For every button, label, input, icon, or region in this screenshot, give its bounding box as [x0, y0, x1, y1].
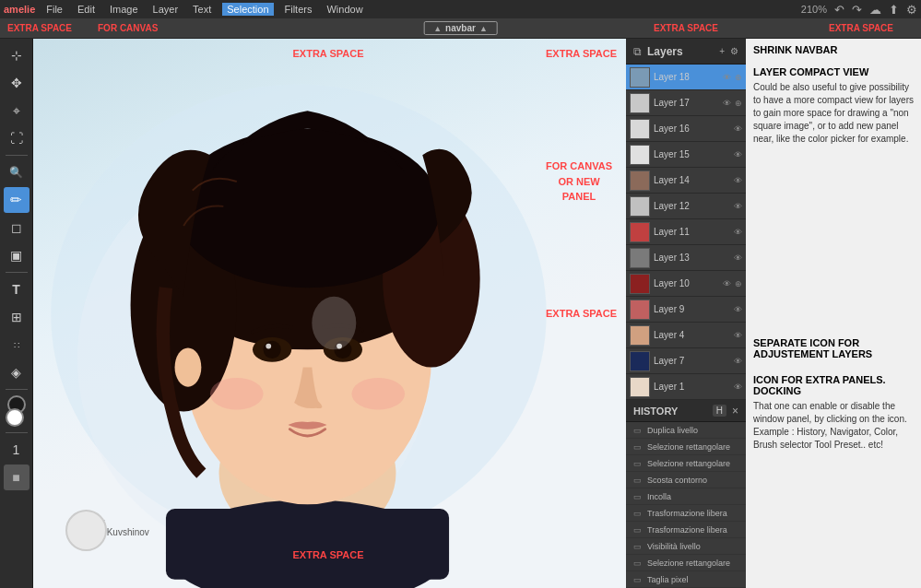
menu-layer[interactable]: Layer — [149, 3, 183, 16]
layer-row[interactable]: Layer 12👁 — [626, 194, 746, 219]
history-item[interactable]: ▭Selezione rettangolare — [626, 555, 746, 571]
layer-visibility-icon[interactable]: 👁 — [723, 73, 731, 82]
history-close-button[interactable]: × — [732, 405, 738, 417]
menu-edit[interactable]: Edit — [74, 3, 99, 16]
history-item[interactable]: ▭Trasformazione libera — [626, 522, 746, 538]
layer-name: Layer 13 — [654, 253, 730, 263]
layer-thumbnail — [630, 325, 650, 346]
layer-thumbnail — [630, 93, 650, 113]
history-item[interactable]: ▭Incolla — [626, 488, 746, 505]
tool-eraser[interactable]: ◻ — [4, 215, 30, 241]
layer-visibility-icon[interactable]: 👁 — [723, 99, 731, 108]
history-item[interactable]: ▭Selezione rettangolare — [626, 439, 746, 455]
tool-square[interactable]: ■ — [4, 465, 30, 490]
menu-image[interactable]: Image — [106, 3, 142, 16]
cloud-icon[interactable]: ☁ — [869, 3, 881, 17]
canvas-area: EXTRA SPACE EXTRA SPACE EXTRA SPACE EXTR… — [33, 39, 626, 588]
history-item-text: Scosta contorno — [647, 476, 707, 485]
tool-move[interactable]: ✥ — [4, 70, 30, 96]
layers-settings-button[interactable]: ⚙ — [730, 46, 738, 56]
layer-visibility-icon[interactable]: 👁 — [734, 202, 742, 211]
tool-fill[interactable]: ▣ — [4, 242, 30, 268]
layer-visibility-icon[interactable]: 👁 — [734, 228, 742, 237]
canvas-circle-element — [65, 510, 107, 551]
share-icon[interactable]: ⬆ — [889, 3, 899, 17]
layer-visibility-icon[interactable]: 👁 — [734, 305, 742, 314]
layer-thumbnail — [630, 119, 650, 139]
layer-row[interactable]: Layer 13👁 — [626, 245, 746, 271]
layer-visibility-icon[interactable]: 👁 — [734, 176, 742, 185]
layers-header: ⧉ Layers + ⚙ — [626, 39, 746, 65]
layer-extra-icon[interactable]: ⊕ — [735, 99, 742, 108]
svg-point-18 — [175, 347, 202, 386]
svg-rect-4 — [166, 509, 449, 580]
layer-visibility-icon[interactable]: 👁 — [723, 279, 731, 288]
color-background[interactable] — [6, 408, 24, 427]
tool-transform[interactable]: ⊞ — [4, 304, 30, 330]
tool-cursor[interactable]: ⊹ — [4, 42, 30, 68]
layer-visibility-icon[interactable]: 👁 — [734, 331, 742, 340]
layer-extra-icon[interactable]: ⊕ — [735, 73, 742, 82]
shrink-navbar-label: SHRINK NAVBAR — [753, 44, 914, 55]
history-item-icon: ▭ — [633, 426, 642, 435]
layer-row[interactable]: Layer 1👁 — [626, 374, 746, 400]
tool-sharpen[interactable]: ◈ — [4, 359, 30, 385]
history-badge[interactable]: H — [713, 405, 726, 417]
layer-row[interactable]: Layer 14👁 — [626, 168, 746, 194]
layers-title: Layers — [647, 45, 683, 58]
menu-filters[interactable]: Filters — [281, 3, 316, 16]
zoom-level: 210% — [801, 4, 827, 15]
layer-thumbnail — [630, 300, 650, 320]
layer-row[interactable]: Layer 10👁⊕ — [626, 271, 746, 297]
history-item[interactable]: ▭Trasformazione libera — [626, 505, 746, 522]
redo-button[interactable]: ↷ — [852, 3, 862, 17]
tool-eyedropper[interactable]: 🔍 — [4, 159, 30, 185]
main-layout: ⊹ ✥ ⌖ ⛶ 🔍 ✏ ◻ ▣ T ⊞ ∷ ◈ 1 ■ — [0, 39, 921, 588]
layer-thumbnail — [630, 351, 650, 371]
layer-row[interactable]: Layer 18👁⊕ — [626, 65, 746, 90]
layer-visibility-icon[interactable]: 👁 — [734, 253, 742, 263]
history-item[interactable]: ▭Selezione rettangolare — [626, 455, 746, 472]
annotation-column: SHRINK NAVBAR LAYER COMPACT VIEW Could b… — [746, 39, 921, 588]
layer-thumbnail — [630, 145, 650, 165]
layer-compact-text: Could be also useful to give possibility… — [753, 81, 914, 146]
layer-row[interactable]: Layer 11👁 — [626, 219, 746, 245]
icon-extra-text: That one can enable or disable the windo… — [753, 400, 914, 452]
tool-gradient[interactable]: ∷ — [4, 332, 30, 358]
layer-visibility-icon[interactable]: 👁 — [734, 357, 742, 366]
right-columns: ⧉ Layers + ⚙ Layer 18👁⊕Layer 17👁⊕Layer 1… — [626, 39, 921, 588]
tool-text[interactable]: T — [4, 276, 30, 302]
layer-visibility-icon[interactable]: 👁 — [734, 124, 742, 134]
layer-row[interactable]: Layer 15👁 — [626, 142, 746, 168]
layer-visibility-icon[interactable]: 👁 — [734, 382, 742, 392]
menu-window[interactable]: Window — [323, 3, 366, 16]
menu-file[interactable]: File — [42, 3, 66, 16]
menu-selection[interactable]: Selection — [222, 3, 273, 16]
tool-brush[interactable]: ✏ — [4, 187, 30, 213]
layers-add-button[interactable]: + — [719, 46, 725, 56]
history-item[interactable]: ▭Taglia pixel — [626, 571, 746, 588]
history-item[interactable]: ▭Duplica livello — [626, 422, 746, 439]
history-item[interactable]: ▭Scosta contorno — [626, 472, 746, 488]
undo-button[interactable]: ↶ — [834, 3, 844, 17]
layer-row[interactable]: Layer 17👁⊕ — [626, 90, 746, 116]
tool-crop[interactable]: ⛶ — [4, 125, 30, 151]
layer-extra-icon[interactable]: ⊕ — [735, 279, 742, 288]
layer-visibility-icon[interactable]: 👁 — [734, 150, 742, 159]
history-item[interactable]: ▭Visibilità livello — [626, 538, 746, 555]
canvas-extra-space-bottom: EXTRA SPACE — [293, 549, 364, 560]
menu-text[interactable]: Text — [189, 3, 215, 16]
settings-icon[interactable]: ⚙ — [906, 3, 917, 17]
layer-row[interactable]: Layer 16👁 — [626, 116, 746, 142]
layer-thumbnail — [630, 248, 650, 268]
layer-row[interactable]: Layer 7👁 — [626, 348, 746, 374]
toolbar-extra-space-left: EXTRA SPACE — [7, 23, 72, 33]
layer-name: Layer 15 — [654, 149, 730, 159]
history-item-icon: ▭ — [633, 459, 642, 468]
tool-number[interactable]: 1 — [4, 437, 30, 463]
layer-row[interactable]: Layer 4👁 — [626, 323, 746, 348]
tool-lasso[interactable]: ⌖ — [4, 98, 30, 123]
layer-thumbnail — [630, 67, 650, 88]
layer-row[interactable]: Layer 9👁 — [626, 297, 746, 323]
history-item-icon: ▭ — [633, 476, 642, 485]
